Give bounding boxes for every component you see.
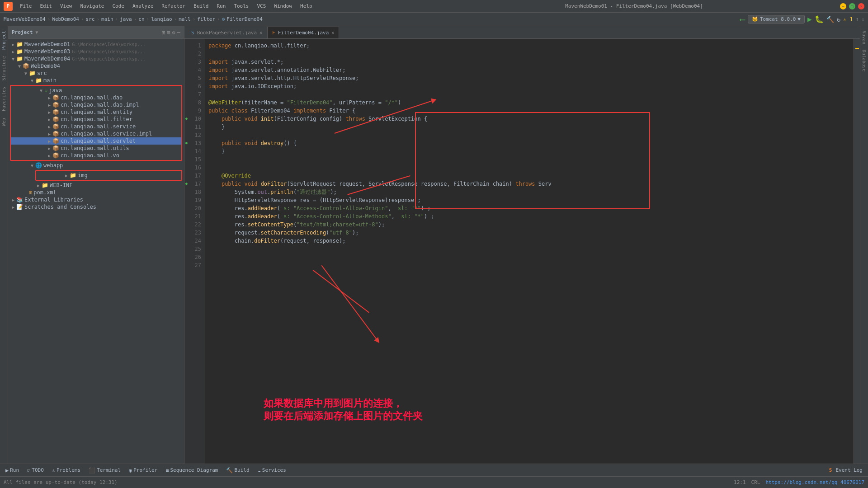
- arrow-ext-libs: ▶: [10, 197, 16, 202]
- folder-icon-webinf: 📁: [42, 182, 48, 188]
- breadcrumb-java[interactable]: java: [120, 16, 132, 22]
- breadcrumb-src[interactable]: src: [86, 16, 95, 22]
- seqdiag-toolbar-button[interactable]: ≡ Sequence Diagram: [162, 466, 222, 475]
- tab-close-bps[interactable]: ×: [259, 30, 262, 35]
- build-toolbar-button[interactable]: 🔨 Build: [222, 466, 253, 475]
- tree-item-utils[interactable]: ▶ 📦 cn.lanqiao.mall.utils: [11, 145, 181, 152]
- web-tab-button[interactable]: Web: [0, 115, 7, 129]
- debug-button[interactable]: 🐛: [815, 15, 824, 23]
- menu-view[interactable]: View: [57, 2, 76, 10]
- tree-item-webinf[interactable]: ▶ 📁 WEB-INF: [8, 182, 184, 189]
- tree-item-filter[interactable]: ▶ 📦 cn.lanqiao.mall.filter: [11, 116, 181, 123]
- profiler-toolbar-button[interactable]: ◉ Profiler: [125, 466, 161, 475]
- breadcrumb-webdemo[interactable]: WebDemo04: [52, 16, 79, 22]
- breadcrumb-filter[interactable]: filter: [197, 16, 215, 22]
- menu-help[interactable]: Help: [297, 2, 316, 10]
- tree-item-servlet[interactable]: ▶ 📦 cn.lanqiao.mall.servlet: [11, 137, 181, 145]
- nav-down-icon[interactable]: ↓: [861, 16, 864, 22]
- breadcrumb-cn[interactable]: cn: [138, 16, 144, 22]
- breadcrumb-icon: ⚙: [222, 16, 225, 22]
- settings-icon[interactable]: ⚙: [172, 29, 175, 36]
- tab-bookpage-servlet[interactable]: S BookPageServlet.java ×: [186, 27, 267, 38]
- menu-file[interactable]: File: [16, 2, 36, 10]
- menu-tools[interactable]: Tools: [230, 2, 252, 10]
- minimize-button[interactable]: —: [840, 3, 846, 9]
- scrollbar-area[interactable]: [854, 39, 860, 464]
- breadcrumb-maven[interactable]: MavenWebDemo04: [4, 16, 46, 22]
- menu-refactor[interactable]: Refactor: [158, 2, 189, 10]
- code-content[interactable]: package cn.lanqiao.mall.filter; import j…: [205, 39, 854, 464]
- menu-code[interactable]: Code: [108, 2, 128, 10]
- terminal-toolbar-button[interactable]: ⬛ Terminal: [85, 466, 124, 475]
- hide-panel-button[interactable]: —: [177, 29, 180, 36]
- menu-analyze[interactable]: Analyze: [129, 2, 157, 10]
- eventlog-area: S Event Log: [829, 467, 866, 473]
- tree-item-mvn03[interactable]: ▶ 📁 MavenWebDemo03 G:\Workspace\Idea\wor…: [8, 48, 184, 55]
- tab-filterdemo04[interactable]: F FilterDemo04.java ×: [267, 27, 339, 38]
- sync-button[interactable]: ⊞: [162, 29, 165, 36]
- nav-up-icon[interactable]: ↑: [856, 16, 859, 22]
- label-dao-impl: cn.lanqiao.mall.dao.impl: [61, 102, 139, 108]
- reload-button[interactable]: ↻: [837, 16, 840, 23]
- code-line-27: [208, 253, 854, 261]
- arrow-service-impl: ▶: [46, 131, 52, 136]
- nav-back-button[interactable]: ⟵: [740, 14, 745, 24]
- breadcrumb-file[interactable]: FilterDemo04: [226, 16, 262, 22]
- collapse-button[interactable]: ≡: [167, 29, 170, 36]
- menu-build[interactable]: Build: [190, 2, 212, 10]
- menu-window[interactable]: Window: [270, 2, 296, 10]
- favorites-tab-button[interactable]: Favorites: [0, 84, 7, 114]
- code-line-17: @Override: [208, 172, 854, 180]
- tree-item-java[interactable]: ▼ ☕ java: [11, 87, 181, 94]
- label-main: main: [43, 77, 57, 84]
- tree-item-vo[interactable]: ▶ 📦 cn.lanqiao.mall.vo: [11, 152, 181, 159]
- tree-item-webapp[interactable]: ▼ 🌐 webapp: [8, 162, 184, 169]
- arrow-src: ▼: [23, 71, 29, 76]
- tree-item-wd04[interactable]: ▼ 📦 WebDemo04: [8, 62, 184, 70]
- tree-item-img[interactable]: ▶ 📁 img: [36, 172, 181, 179]
- dropdown-icon[interactable]: ▼: [35, 30, 38, 35]
- run-button[interactable]: ▶: [807, 15, 812, 23]
- todo-toolbar-button[interactable]: ☑ TODO: [24, 466, 47, 475]
- code-line-10: public void init(FilterConfig config) th…: [208, 115, 854, 123]
- build-project-button[interactable]: 🔨: [826, 16, 834, 23]
- tree-item-service-impl[interactable]: ▶ 📦 cn.lanqiao.mall.service.impl: [11, 130, 181, 137]
- breadcrumb-main[interactable]: main: [101, 16, 113, 22]
- database-tab-button[interactable]: Database: [861, 47, 868, 74]
- run-toolbar-button[interactable]: ▶ Run: [2, 466, 23, 475]
- tree-item-entity[interactable]: ▶ 📦 cn.lanqiao.mall.entity: [11, 108, 181, 116]
- close-button[interactable]: ×: [858, 3, 864, 9]
- label-src: src: [37, 70, 47, 76]
- problems-toolbar-button[interactable]: ⚠ Problems: [48, 466, 84, 475]
- svg-line-1: [321, 265, 377, 341]
- tomcat-selector[interactable]: 🐱 Tomcat 8.0.0 ▼: [748, 15, 805, 23]
- menu-vcs[interactable]: VCS: [253, 2, 269, 10]
- breadcrumb-lanqiao[interactable]: lanqiao: [151, 16, 172, 22]
- tree-item-dao-impl[interactable]: ▶ 📦 cn.lanqiao.mall.dao.impl: [11, 101, 181, 108]
- tree-item-dao[interactable]: ▶ 📦 cn.lanqiao.mall.dao: [11, 94, 181, 101]
- structure-tab-button[interactable]: Structure: [0, 53, 7, 83]
- tree-item-mvn01[interactable]: ▶ 📁 MavenWebDemo01 G:\Workspace\Idea\wor…: [8, 41, 184, 48]
- pkg-icon-dao-impl: 📦: [52, 102, 59, 108]
- project-tab-button[interactable]: Project: [0, 28, 7, 52]
- tab-close-fd04[interactable]: ×: [331, 30, 334, 35]
- menu-run[interactable]: Run: [213, 2, 229, 10]
- todo-icon: ☑: [27, 467, 30, 474]
- tree-item-src[interactable]: ▼ 📁 src: [8, 70, 184, 77]
- label-mvn03: MavenWebDemo03: [24, 48, 70, 55]
- vavan-tab-button[interactable]: Vavan: [861, 28, 868, 47]
- tree-item-ext-libs[interactable]: ▶ 📚 External Libraries: [8, 196, 184, 203]
- menu-edit[interactable]: Edit: [37, 2, 56, 10]
- eventlog-label[interactable]: Event Log: [835, 467, 863, 473]
- tree-item-service[interactable]: ▶ 📦 cn.lanqiao.mall.service: [11, 123, 181, 130]
- maximize-button[interactable]: □: [849, 3, 855, 9]
- tree-item-mvn04[interactable]: ▼ 📁 MavenWebDemo04 G:\Workspace\Idea\wor…: [8, 55, 184, 62]
- tree-item-pom[interactable]: m pom.xml: [8, 189, 184, 196]
- services-toolbar-button[interactable]: ☁ Services: [254, 466, 290, 475]
- titlebar: P File Edit View Navigate Code Analyze R…: [0, 0, 868, 13]
- blog-link[interactable]: https://blog.csdn.net/qq_40676017: [765, 479, 864, 485]
- menu-navigate[interactable]: Navigate: [77, 2, 108, 10]
- tree-item-scratches[interactable]: ▶ 📝 Scratches and Consoles: [8, 203, 184, 211]
- tree-item-main[interactable]: ▼ 📁 main: [8, 77, 184, 84]
- breadcrumb-mall[interactable]: mall: [179, 16, 191, 22]
